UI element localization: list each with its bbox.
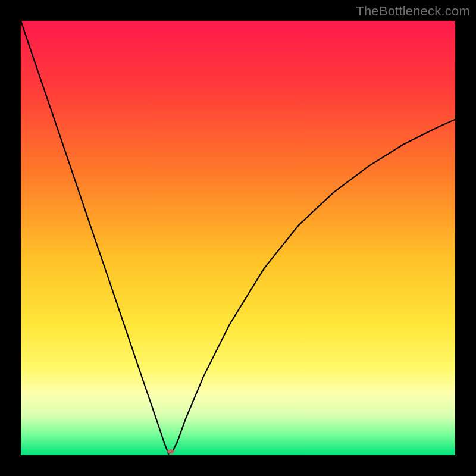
gradient-background [21,21,455,455]
minimum-marker [167,449,174,454]
chart-svg [21,21,455,455]
watermark-text: TheBottleneck.com [356,4,470,19]
plot-area [21,21,455,455]
chart-frame: TheBottleneck.com [0,0,476,476]
